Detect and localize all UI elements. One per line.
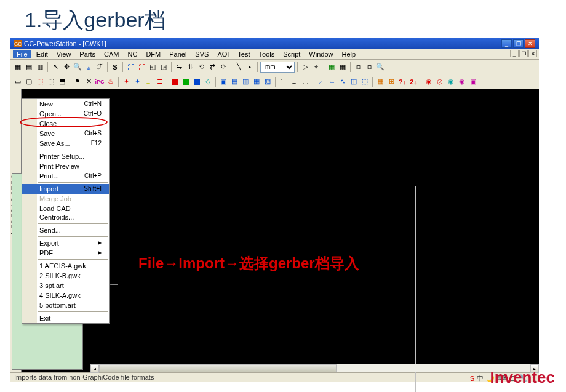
menu-nc[interactable]: NC	[124, 50, 142, 58]
tool-font-icon[interactable]: ℱ	[95, 62, 105, 72]
shape-r-icon[interactable]	[170, 77, 180, 87]
num2-icon[interactable]: 2↓	[409, 77, 418, 87]
menu-svs[interactable]: SVS	[191, 50, 212, 58]
mdi-min-button[interactable]: _	[510, 50, 519, 57]
report-icon[interactable]: ▦	[375, 77, 385, 87]
layer-1-icon[interactable]: ▦	[13, 62, 23, 72]
shape-g-icon[interactable]	[181, 77, 191, 87]
chart-3-icon[interactable]: ∿	[338, 77, 348, 87]
units-select[interactable]: mm	[260, 62, 295, 73]
menu-recent-4[interactable]: 4 SILK-A.gwk	[22, 290, 109, 300]
fire-icon[interactable]: ♨	[106, 77, 116, 87]
menu-send[interactable]: Send...	[22, 225, 109, 235]
sel-2-icon[interactable]: ▢	[24, 77, 34, 87]
grid-1-icon[interactable]: ▦	[327, 62, 337, 72]
menu-script[interactable]: Script	[279, 50, 304, 58]
cross-icon[interactable]: ✕	[84, 77, 94, 87]
menu-printer-setup[interactable]: Printer Setup...	[22, 151, 109, 161]
tray-lang-icon[interactable]: 中	[477, 374, 484, 383]
sel-4-icon[interactable]: ⬚	[46, 77, 56, 87]
mark-2-icon[interactable]: ◎	[435, 77, 445, 87]
sel-3-icon[interactable]: ⬚	[35, 77, 45, 87]
flip-h-icon[interactable]: ⇋	[174, 62, 184, 72]
color-blue-icon[interactable]: ✦	[132, 77, 142, 87]
mark-4-icon[interactable]: ◉	[457, 77, 467, 87]
mirror-icon[interactable]: ⇄	[207, 62, 217, 72]
color-red-icon[interactable]: ✦	[121, 77, 131, 87]
zoom-fit-icon[interactable]: ⛶	[126, 62, 135, 72]
maximize-button[interactable]: ❐	[513, 39, 524, 48]
ipc-icon[interactable]: iPC	[95, 77, 105, 87]
menu-view[interactable]: View	[53, 50, 75, 58]
menu-recent-5[interactable]: 5 bottom.art	[22, 300, 109, 310]
menu-save-as[interactable]: Save As...F12	[22, 138, 109, 148]
zoom-1-icon[interactable]: ◱	[148, 62, 157, 72]
align-m-icon[interactable]: ≡	[289, 77, 299, 87]
panel-3-icon[interactable]: ▥	[241, 77, 250, 87]
target-icon[interactable]: ⌖	[311, 62, 321, 72]
panel-5-icon[interactable]: ▧	[263, 77, 273, 87]
minimize-button[interactable]: _	[501, 39, 512, 48]
menu-recent-3[interactable]: 3 spt.art	[22, 281, 109, 290]
mdi-close-button[interactable]: ✕	[528, 50, 537, 57]
shape-b-icon[interactable]	[192, 77, 202, 87]
scroll-left-button[interactable]: ◂	[90, 364, 99, 373]
report2-icon[interactable]: ⊞	[386, 77, 396, 87]
pointer-icon[interactable]: ▷	[300, 62, 310, 72]
menu-test[interactable]: Test	[234, 50, 253, 58]
chart-5-icon[interactable]: ⬚	[360, 77, 370, 87]
menu-parts[interactable]: Parts	[76, 50, 99, 58]
warn-icon[interactable]: ?↓	[397, 77, 407, 87]
lines-2-icon[interactable]: ≣	[154, 77, 164, 87]
menu-print[interactable]: Print...Ctrl+P	[22, 171, 109, 181]
layer-3-icon[interactable]: ▥	[35, 62, 45, 72]
refresh-icon[interactable]: ⟳	[218, 62, 228, 72]
shape-drop-icon[interactable]: ◇	[203, 77, 213, 87]
menu-panel[interactable]: Panel	[165, 50, 190, 58]
chart-4-icon[interactable]: ◫	[349, 77, 359, 87]
menu-load-centroids[interactable]: Load CAD Centroids...	[22, 204, 109, 222]
menu-exit[interactable]: Exit	[22, 313, 109, 323]
chart-1-icon[interactable]: ⟀	[316, 77, 325, 87]
menu-recent-2[interactable]: 2 SILK-B.gwk	[22, 271, 109, 281]
menu-open[interactable]: Open...Ctrl+O	[22, 109, 109, 119]
tool-text-icon[interactable]: S	[110, 62, 120, 72]
menu-new[interactable]: NewCtrl+N	[22, 99, 109, 109]
mark-5-icon[interactable]: ▣	[468, 77, 478, 87]
mdi-restore-button[interactable]: ❐	[519, 50, 528, 57]
grid-2-icon[interactable]: ▦	[338, 62, 348, 72]
menu-cam[interactable]: CAM	[100, 50, 122, 58]
flip-v-icon[interactable]: ⥮	[185, 62, 195, 72]
menu-print-preview[interactable]: Print Preview	[22, 161, 109, 171]
tree-icon[interactable]: ⧈	[353, 62, 363, 72]
menu-recent-1[interactable]: 1 AEGIS-A.gwk	[22, 261, 109, 271]
menu-aoi[interactable]: AOI	[213, 50, 233, 58]
panel-1-icon[interactable]: ▣	[218, 77, 228, 87]
mark-1-icon[interactable]: ◉	[424, 77, 434, 87]
panel-2-icon[interactable]: ▤	[229, 77, 239, 87]
align-t-icon[interactable]: ⎴	[278, 77, 288, 87]
draw-line-icon[interactable]: ╲	[234, 62, 244, 72]
rotate-icon[interactable]: ⟲	[196, 62, 206, 72]
align-b-icon[interactable]: ⎵	[300, 77, 310, 87]
layer-2-icon[interactable]: ▤	[24, 62, 34, 72]
menu-tools[interactable]: Tools	[255, 50, 279, 58]
menu-close[interactable]: Close	[22, 119, 109, 129]
horizontal-scrollbar[interactable]: ◂ ▸	[90, 364, 539, 372]
mark-3-icon[interactable]: ◉	[446, 77, 456, 87]
flag-icon[interactable]: ⚑	[73, 77, 82, 87]
close-button[interactable]: ✕	[525, 39, 535, 48]
sel-1-icon[interactable]: ▭	[13, 77, 23, 87]
find-icon[interactable]: 🔍	[375, 62, 385, 72]
zoom-window-icon[interactable]: ⛶	[137, 62, 146, 72]
menu-window[interactable]: Window	[305, 50, 337, 58]
zoom-2-icon[interactable]: ◲	[159, 62, 169, 72]
list-icon[interactable]: ⧉	[364, 62, 374, 72]
lines-1-icon[interactable]: ≡	[143, 77, 153, 87]
menu-export[interactable]: Export▶	[22, 238, 109, 248]
menu-help[interactable]: Help	[338, 50, 359, 58]
tool-cursor-icon[interactable]: ↖	[50, 62, 60, 72]
menu-edit[interactable]: Edit	[33, 50, 52, 58]
chart-2-icon[interactable]: ⌙	[327, 77, 337, 87]
scroll-track[interactable]	[99, 364, 530, 372]
